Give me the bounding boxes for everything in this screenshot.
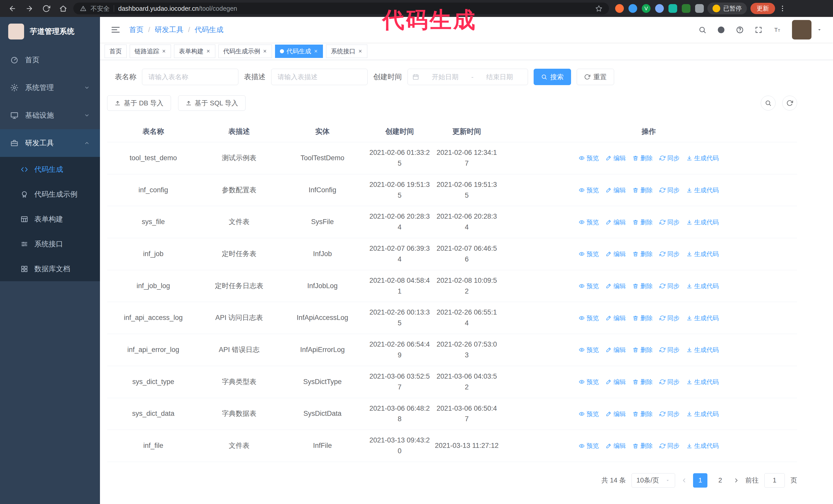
breadcrumb-devtools[interactable]: 研发工具 bbox=[155, 25, 184, 34]
user-avatar[interactable] bbox=[792, 20, 811, 40]
action-edit[interactable]: 编辑 bbox=[606, 313, 626, 323]
action-edit[interactable]: 编辑 bbox=[606, 153, 626, 163]
action-eye[interactable]: 预览 bbox=[579, 281, 599, 291]
action-download[interactable]: 生成代码 bbox=[686, 281, 719, 291]
profile-chip[interactable]: 已暂停 bbox=[708, 3, 747, 14]
reset-button[interactable]: 重置 bbox=[577, 69, 614, 85]
action-sync[interactable]: 同步 bbox=[660, 249, 680, 259]
action-trash[interactable]: 删除 bbox=[633, 345, 653, 355]
tab-tracing[interactable]: 链路追踪 bbox=[130, 45, 171, 58]
action-edit[interactable]: 编辑 bbox=[606, 409, 626, 418]
action-sync[interactable]: 同步 bbox=[660, 441, 680, 450]
action-eye[interactable]: 预览 bbox=[579, 217, 599, 227]
action-trash[interactable]: 删除 bbox=[633, 153, 653, 163]
sidebar-item-system[interactable]: 系统管理 bbox=[0, 74, 100, 101]
action-eye[interactable]: 预览 bbox=[579, 409, 599, 418]
page-2-button[interactable]: 2 bbox=[713, 473, 728, 487]
breadcrumb-home[interactable]: 首页 bbox=[129, 25, 144, 34]
tab-codegen[interactable]: 代码生成 bbox=[275, 45, 323, 58]
search-button[interactable]: 搜索 bbox=[533, 69, 571, 85]
action-download[interactable]: 生成代码 bbox=[686, 153, 719, 163]
action-edit[interactable]: 编辑 bbox=[606, 185, 626, 195]
extension-icon[interactable] bbox=[628, 4, 637, 13]
bookmark-star-icon[interactable] bbox=[595, 5, 602, 12]
action-sync[interactable]: 同步 bbox=[660, 217, 680, 227]
extension-icon[interactable] bbox=[615, 4, 624, 13]
action-edit[interactable]: 编辑 bbox=[606, 441, 626, 450]
action-trash[interactable]: 删除 bbox=[633, 185, 653, 195]
goto-page-input[interactable] bbox=[764, 473, 785, 487]
action-download[interactable]: 生成代码 bbox=[686, 345, 719, 355]
import-db-button[interactable]: 基于 DB 导入 bbox=[107, 95, 171, 111]
action-eye[interactable]: 预览 bbox=[579, 441, 599, 450]
help-icon[interactable] bbox=[736, 26, 744, 34]
extension-icon[interactable] bbox=[668, 4, 677, 13]
action-edit[interactable]: 编辑 bbox=[606, 377, 626, 387]
refresh-button[interactable] bbox=[782, 96, 797, 111]
hamburger-icon[interactable] bbox=[111, 25, 120, 34]
action-sync[interactable]: 同步 bbox=[660, 409, 680, 418]
action-sync[interactable]: 同步 bbox=[660, 281, 680, 291]
action-trash[interactable]: 删除 bbox=[633, 281, 653, 291]
close-icon[interactable] bbox=[314, 49, 318, 53]
tab-form-builder[interactable]: 表单构建 bbox=[174, 45, 215, 58]
prev-page-button[interactable] bbox=[681, 477, 687, 484]
action-trash[interactable]: 删除 bbox=[633, 313, 653, 323]
home-icon[interactable] bbox=[56, 2, 70, 15]
action-edit[interactable]: 编辑 bbox=[606, 345, 626, 355]
close-icon[interactable] bbox=[162, 49, 166, 53]
table-name-input[interactable] bbox=[142, 69, 238, 85]
action-trash[interactable]: 删除 bbox=[633, 217, 653, 227]
action-sync[interactable]: 同步 bbox=[660, 185, 680, 195]
action-eye[interactable]: 预览 bbox=[579, 185, 599, 195]
page-size-select[interactable]: 10条/页 bbox=[632, 473, 675, 487]
import-sql-button[interactable]: 基于 SQL 导入 bbox=[178, 95, 246, 111]
date-range-picker[interactable]: 开始日期 - 结束日期 bbox=[407, 69, 528, 85]
address-bar[interactable]: 不安全 dashboard.yudao.iocoder.cn/tool/code… bbox=[73, 3, 609, 14]
fontsize-icon[interactable]: TT bbox=[773, 26, 781, 34]
action-trash[interactable]: 删除 bbox=[633, 249, 653, 259]
action-eye[interactable]: 预览 bbox=[579, 313, 599, 323]
toggle-search-button[interactable] bbox=[761, 96, 776, 111]
close-icon[interactable] bbox=[358, 49, 362, 53]
action-trash[interactable]: 删除 bbox=[633, 377, 653, 387]
action-eye[interactable]: 预览 bbox=[579, 377, 599, 387]
action-trash[interactable]: 删除 bbox=[633, 409, 653, 418]
action-edit[interactable]: 编辑 bbox=[606, 249, 626, 259]
update-button[interactable]: 更新 bbox=[751, 3, 775, 14]
tab-codegen-example[interactable]: 代码生成示例 bbox=[218, 45, 272, 58]
action-download[interactable]: 生成代码 bbox=[686, 313, 719, 323]
reload-icon[interactable] bbox=[40, 2, 53, 15]
forward-icon[interactable] bbox=[23, 2, 36, 15]
action-eye[interactable]: 预览 bbox=[579, 153, 599, 163]
action-download[interactable]: 生成代码 bbox=[686, 217, 719, 227]
action-sync[interactable]: 同步 bbox=[660, 345, 680, 355]
extension-icon[interactable] bbox=[695, 4, 704, 13]
browser-menu-icon[interactable] bbox=[779, 5, 786, 12]
action-trash[interactable]: 删除 bbox=[633, 441, 653, 450]
sidebar-item-home[interactable]: 首页 bbox=[0, 46, 100, 74]
caret-down-icon[interactable] bbox=[816, 27, 822, 32]
action-sync[interactable]: 同步 bbox=[660, 313, 680, 323]
action-edit[interactable]: 编辑 bbox=[606, 217, 626, 227]
action-sync[interactable]: 同步 bbox=[660, 377, 680, 387]
next-page-button[interactable] bbox=[733, 477, 740, 484]
sidebar-item-codegen[interactable]: 代码生成 bbox=[0, 157, 100, 182]
action-download[interactable]: 生成代码 bbox=[686, 249, 719, 259]
action-sync[interactable]: 同步 bbox=[660, 153, 680, 163]
sidebar-item-form-builder[interactable]: 表单构建 bbox=[0, 207, 100, 232]
fullscreen-icon[interactable] bbox=[755, 26, 763, 34]
action-download[interactable]: 生成代码 bbox=[686, 377, 719, 387]
sidebar-item-devtools[interactable]: 研发工具 bbox=[0, 129, 100, 157]
close-icon[interactable] bbox=[263, 49, 267, 53]
action-download[interactable]: 生成代码 bbox=[686, 185, 719, 195]
github-icon[interactable] bbox=[717, 26, 725, 34]
action-download[interactable]: 生成代码 bbox=[686, 409, 719, 418]
sidebar-item-db-doc[interactable]: 数据库文档 bbox=[0, 256, 100, 281]
table-desc-input[interactable] bbox=[271, 69, 367, 85]
action-eye[interactable]: 预览 bbox=[579, 345, 599, 355]
sidebar-item-system-api[interactable]: 系统接口 bbox=[0, 232, 100, 256]
extension-icon[interactable]: V bbox=[642, 4, 650, 13]
tab-home[interactable]: 首页 bbox=[104, 45, 127, 58]
page-1-button[interactable]: 1 bbox=[693, 473, 708, 487]
